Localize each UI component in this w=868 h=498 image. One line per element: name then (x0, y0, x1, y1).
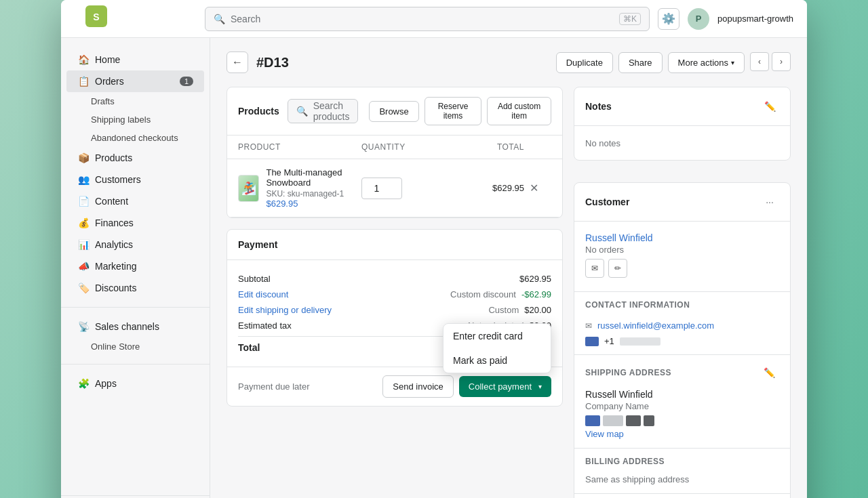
remove-product-button[interactable]: ✕ (524, 179, 543, 198)
user-name: popupsmart-growth (717, 14, 793, 24)
apps-icon: 🧩 (77, 377, 90, 390)
share-button[interactable]: Share (618, 52, 663, 73)
sidebar-item-sales-channels[interactable]: 📡 Sales channels (66, 316, 204, 337)
edit-shipping-label[interactable]: Edit shipping or delivery (238, 305, 332, 315)
chevron-down-icon-payment: ▾ (538, 383, 542, 390)
subtotal-row: Subtotal $629.95 (238, 271, 551, 287)
user-avatar[interactable]: P (688, 8, 709, 30)
sidebar-item-discounts[interactable]: 🏷️ Discounts (66, 277, 204, 299)
send-invoice-button[interactable]: Send invoice (382, 375, 453, 398)
sidebar-item-abandoned-checkouts-label: Abandoned checkouts (91, 133, 178, 143)
sidebar-item-discounts-label: Discounts (95, 283, 136, 293)
market-header: Market ✏️ (574, 493, 790, 498)
main-content: ← #D13 Duplicate Share More actions ▾ ‹ (210, 38, 807, 498)
shipping-row: Edit shipping or delivery Custom $20.00 (238, 302, 551, 318)
sidebar-item-analytics[interactable]: 📊 Analytics (66, 234, 204, 255)
settings-icon-btn[interactable]: ⚙️ (658, 8, 679, 30)
notes-card-header: Notes ✏️ (574, 87, 790, 126)
nav-divider-3 (61, 495, 210, 496)
topbar: S 🔍 Search ⌘K ⚙️ P popupsmart-growth (61, 0, 807, 38)
mark-as-paid-option[interactable]: Mark as paid (443, 348, 551, 373)
prev-button[interactable]: ‹ (750, 52, 769, 71)
customer-body: Russell Winfield No orders ✉ ✏ (574, 222, 790, 289)
product-sku: SKU: sku-managed-1 (266, 189, 361, 199)
sidebar-item-shipping-labels[interactable]: Shipping labels (66, 110, 204, 129)
product-thumbnail: 🏂 (238, 175, 259, 202)
more-actions-button[interactable]: More actions ▾ (668, 52, 745, 73)
enter-credit-card-option[interactable]: Enter credit card (443, 324, 551, 348)
edit-customer-button[interactable]: ✏ (608, 259, 627, 278)
sidebar-item-home[interactable]: 🏠 Home (66, 49, 204, 70)
sidebar-item-content[interactable]: 📄 Content (66, 190, 204, 212)
sidebar-item-marketing-label: Marketing (95, 261, 136, 272)
col-quantity: Quantity (361, 142, 443, 152)
left-column: Products 🔍 Search products Browse (226, 87, 563, 498)
customer-card-header: Customer ··· (574, 183, 790, 222)
add-custom-item-button[interactable]: Add custom item (487, 97, 551, 125)
svg-text:S: S (93, 12, 99, 22)
addr-tag-1 (585, 415, 600, 426)
global-search-bar[interactable]: 🔍 Search ⌘K (205, 7, 650, 31)
quantity-cell (361, 178, 443, 199)
customer-name[interactable]: Russell Winfield (585, 232, 779, 243)
sidebar-item-online-store[interactable]: Online Store (66, 337, 204, 356)
email-customer-button[interactable]: ✉ (585, 259, 604, 278)
subtotal-value: $629.95 (519, 274, 551, 284)
notes-body: No notes (574, 126, 790, 160)
sidebar-item-customers[interactable]: 👥 Customers (66, 169, 204, 190)
browse-button[interactable]: Browse (369, 101, 418, 122)
sidebar-item-orders[interactable]: 📋 Orders 1 (66, 70, 204, 92)
next-button[interactable]: › (772, 52, 791, 71)
edit-discount-label[interactable]: Edit discount (238, 289, 288, 299)
table-row: 🏂 The Multi-managed Snowboard SKU: sku-m… (227, 159, 562, 217)
sidebar-item-finances[interactable]: 💰 Finances (66, 212, 204, 234)
phone-flag-icon (585, 337, 599, 346)
header-actions: Duplicate Share More actions ▾ ‹ › (556, 52, 791, 73)
price-cell: $629.95 (443, 183, 524, 193)
duplicate-button[interactable]: Duplicate (556, 52, 613, 73)
customer-more-options-button[interactable]: ··· (760, 192, 779, 211)
products-action-buttons: Reserve items Add custom item (425, 97, 551, 125)
discounts-icon: 🏷️ (77, 282, 90, 294)
orders-badge: 1 (180, 77, 193, 86)
shipping-value: $20.00 (524, 305, 551, 315)
search-icon: 🔍 (214, 14, 225, 24)
shipping-edit-button[interactable]: ✏️ (760, 363, 779, 382)
products-card-header: Products 🔍 Search products Browse (227, 87, 562, 136)
sidebar-item-drafts[interactable]: Drafts (66, 92, 204, 110)
marketing-icon: 📣 (77, 260, 90, 272)
reserve-items-button[interactable]: Reserve items (425, 97, 481, 125)
sales-channels-icon: 📡 (77, 320, 90, 333)
collect-payment-wrapper: Collect payment ▾ Enter credit card Mark… (459, 376, 551, 397)
view-map-link[interactable]: View map (585, 429, 624, 439)
search-products-input[interactable]: 🔍 Search products (288, 99, 359, 123)
addr-name: Russell Winfield (585, 389, 779, 400)
sidebar-item-orders-label: Orders (95, 76, 124, 87)
chevron-down-icon: ▾ (731, 59, 734, 66)
notes-edit-button[interactable]: ✏️ (760, 97, 779, 116)
quantity-input[interactable] (361, 178, 402, 199)
customer-email[interactable]: russel.winfield@example.com (597, 320, 714, 331)
sidebar-item-abandoned-checkouts[interactable]: Abandoned checkouts (66, 129, 204, 147)
sidebar: 🏠 Home 📋 Orders 1 Drafts Shipping labels… (61, 38, 210, 498)
collect-payment-button[interactable]: Collect payment ▾ (459, 376, 551, 397)
customer-card: Customer ··· Russell Winfield No orders … (574, 182, 791, 498)
customer-action-buttons: ✉ ✏ (585, 259, 779, 278)
billing-addr-body: Same as shipping address (574, 470, 790, 491)
topbar-right: ⚙️ P popupsmart-growth (658, 8, 793, 30)
discount-row: Edit discount Custom discount -$62.99 (238, 287, 551, 302)
sidebar-item-products[interactable]: 📦 Products (66, 147, 204, 169)
product-price-link[interactable]: $629.95 (266, 199, 361, 209)
payment-footer: Payment due later Send invoice Collect p… (227, 367, 562, 406)
payment-action-buttons: Send invoice Collect payment ▾ (382, 375, 551, 398)
shipping-addr-body: Russell Winfield Company Name View map (574, 386, 790, 445)
sidebar-item-finances-label: Finances (95, 217, 134, 228)
payment-card-header: Payment (227, 230, 562, 260)
sidebar-item-content-label: Content (95, 196, 128, 207)
subtotal-label: Subtotal (238, 274, 271, 284)
customers-icon: 👥 (77, 173, 90, 186)
sidebar-item-apps[interactable]: 🧩 Apps (66, 373, 204, 394)
table-header: Product Quantity Total (227, 136, 562, 159)
sidebar-item-marketing[interactable]: 📣 Marketing (66, 255, 204, 277)
back-button[interactable]: ← (226, 51, 248, 73)
